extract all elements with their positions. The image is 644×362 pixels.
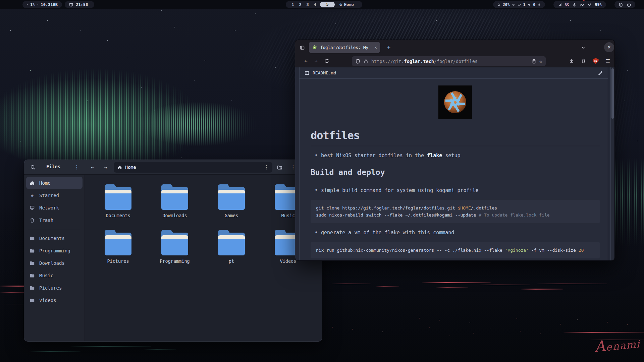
folder-item[interactable]: Games xyxy=(208,184,255,219)
puzzle-icon xyxy=(581,58,586,64)
sidebar-item-home[interactable]: Home xyxy=(26,177,83,189)
workspace-2[interactable]: 2 xyxy=(297,2,304,7)
nav-forward-button[interactable]: → xyxy=(311,56,321,66)
folder-item[interactable]: Documents xyxy=(95,184,142,219)
hardware-pill: 20% 1 0 xyxy=(493,1,545,8)
readme-bullet: • best NixOS starter dotfiles in the fla… xyxy=(311,153,600,159)
folder-item[interactable]: Programming xyxy=(151,230,198,265)
system-tray-pill: UC 99% xyxy=(553,1,606,8)
files-back-button[interactable]: ← xyxy=(88,163,97,172)
tray-app-icon[interactable]: UC xyxy=(565,2,569,7)
battery-value: 99% xyxy=(595,2,602,7)
sidebar-item-label: Music xyxy=(39,273,53,278)
workspace-3[interactable]: 3 xyxy=(304,2,311,7)
folder-label: Music xyxy=(281,213,295,218)
url-bar[interactable]: https://git.foglar.tech/foglar/dotfiles … xyxy=(352,56,546,66)
list-tabs-button[interactable] xyxy=(579,43,588,52)
files-menu-button[interactable]: ⋮ xyxy=(72,163,82,172)
pathbar-menu-icon[interactable]: ⋮ xyxy=(264,164,269,170)
sidebar-item-label: Network xyxy=(39,205,59,210)
speaker-icon[interactable] xyxy=(528,2,531,7)
sidebar-item-label: Documents xyxy=(39,236,65,241)
files-headerbar: Files ⋮ ← → Home ⋮ xyxy=(24,160,322,175)
close-icon: × xyxy=(607,44,610,50)
tray-wave-icon[interactable] xyxy=(580,2,584,7)
power-icon[interactable] xyxy=(627,2,631,7)
sidebar-item-music[interactable]: Music xyxy=(26,269,83,282)
clock-pill: 21:58 xyxy=(65,1,94,8)
url-text: https://git.foglar.tech/foglar/dotfiles xyxy=(371,59,529,64)
folder-label: Programming xyxy=(160,258,190,264)
desktop: Aenami 1% 10.31GB 21:58 1 2 3 4 5 xyxy=(0,0,644,362)
folder-label: pt xyxy=(229,258,234,264)
scrollbar-thumb[interactable] xyxy=(611,68,614,119)
folder-icon xyxy=(30,248,35,253)
wallpaper-streak xyxy=(332,284,371,284)
bluetooth-icon[interactable] xyxy=(572,2,577,7)
folder-item[interactable]: Downloads xyxy=(151,184,198,219)
firefox-content: README.md xyxy=(295,67,614,260)
sidebar-item-downloads[interactable]: Downloads xyxy=(26,257,83,269)
files-forward-button[interactable]: → xyxy=(101,163,110,172)
extensions-button[interactable] xyxy=(579,56,588,66)
sidebar-item-trash[interactable]: Trash xyxy=(26,214,83,226)
sidebar-item-programming[interactable]: Programming xyxy=(26,244,83,257)
nav-reload-button[interactable] xyxy=(322,56,331,66)
sidebar-item-videos[interactable]: Videos xyxy=(26,294,83,306)
bookmark-star-icon[interactable]: ☆ xyxy=(539,58,542,64)
files-pathbar[interactable]: Home ⋮ xyxy=(114,162,272,173)
downloads-button[interactable] xyxy=(567,56,576,66)
browser-tab-active[interactable]: foglar/dotfiles: My × xyxy=(309,42,380,53)
nav-back-button[interactable]: ← xyxy=(301,56,311,66)
network-signal-icon[interactable] xyxy=(557,2,562,7)
ublock-button[interactable]: uO xyxy=(591,56,600,66)
breadcrumb: Home xyxy=(125,165,136,170)
shield-icon[interactable] xyxy=(355,59,361,64)
keyboard-battery-icon xyxy=(518,2,521,7)
star-icon: ★ xyxy=(30,192,35,198)
files-search-folder-button[interactable] xyxy=(275,163,284,172)
code-block[interactable]: git clone https://git.foglar.tech/foglar… xyxy=(311,200,600,223)
sidebar-item-label: Pictures xyxy=(39,285,62,291)
firefox-view-button[interactable] xyxy=(298,43,307,52)
code-block[interactable]: nix run github:nix-community/nixos-gener… xyxy=(311,242,600,258)
reader-view-icon[interactable] xyxy=(531,59,537,64)
sidebar-item-pictures[interactable]: Pictures xyxy=(26,282,83,294)
window-close-button[interactable]: × xyxy=(604,42,614,52)
gear-icon[interactable]: ⚙ xyxy=(339,2,342,7)
kebab-icon: ⋮ xyxy=(74,164,79,170)
sidebar-item-network[interactable]: Network xyxy=(26,201,83,214)
scrollbar-track[interactable] xyxy=(610,67,614,260)
wallpaper-streak xyxy=(376,286,399,287)
tab-close-icon[interactable]: × xyxy=(374,45,377,50)
folder-icon xyxy=(161,184,188,210)
clipboard-icon[interactable] xyxy=(619,2,623,7)
files-search-button[interactable] xyxy=(28,163,38,172)
readme-logo-wrap xyxy=(311,79,600,120)
workspace-5-active[interactable]: 5 xyxy=(320,2,335,7)
edit-pencil-icon[interactable] xyxy=(598,70,603,76)
sidebar-item-starred[interactable]: ★ Starred xyxy=(26,189,83,201)
menu-button[interactable]: ☰ xyxy=(603,56,612,66)
sidebar-item-label: Starred xyxy=(39,193,59,198)
folder-item[interactable]: Pictures xyxy=(95,230,142,265)
notification-dot xyxy=(583,0,585,1)
sidebar-item-label: Videos xyxy=(39,298,56,303)
wallpaper-streak xyxy=(480,285,530,285)
workspace-4[interactable]: 4 xyxy=(311,2,319,7)
reload-icon xyxy=(324,58,329,64)
folder-icon xyxy=(30,260,35,266)
workspace-1[interactable]: 1 xyxy=(289,2,297,7)
bullet-icon: • xyxy=(315,153,318,159)
divider xyxy=(311,146,600,146)
mode-label: Home xyxy=(344,2,354,7)
folder-item[interactable]: pt xyxy=(208,230,255,265)
folder-icon xyxy=(218,230,245,255)
folder-icon xyxy=(105,184,131,210)
microphone-icon[interactable] xyxy=(537,2,541,7)
sidebar-item-label: Home xyxy=(39,180,51,186)
sidebar-item-documents[interactable]: Documents xyxy=(26,232,83,244)
new-tab-button[interactable]: + xyxy=(384,43,393,52)
wifi-icon[interactable] xyxy=(512,2,516,7)
back-arrow-icon: ← xyxy=(304,58,307,64)
